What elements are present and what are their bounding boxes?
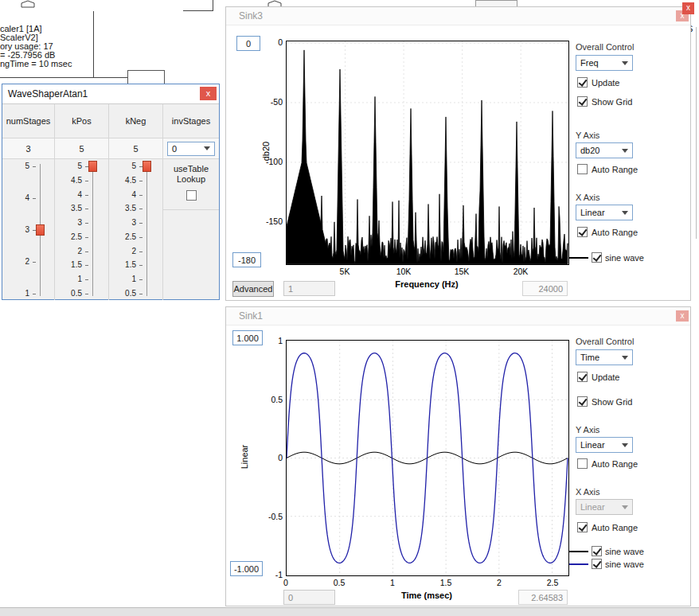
x-axis-section-label: X Axis — [576, 487, 600, 497]
y-mode-value: db20 — [580, 146, 599, 155]
update-checkbox[interactable] — [577, 77, 588, 88]
waveform-plot — [286, 340, 569, 576]
y-auto-range-checkbox[interactable] — [577, 458, 588, 469]
waveshaper-body: numStages 3 54321 kPos 5 54.543.532.521.… — [2, 104, 219, 300]
x-start-input[interactable]: 0 — [283, 590, 335, 605]
window-edge — [696, 27, 697, 239]
kpos-slider: 54.543.532.521.510.5 — [55, 159, 108, 299]
legend-line — [569, 257, 588, 259]
y-auto-range-checkbox[interactable] — [577, 164, 588, 174]
chevron-down-icon — [622, 149, 628, 153]
legend-checkbox[interactable] — [592, 252, 602, 263]
column-header: kPos — [55, 104, 108, 138]
invstages-dropdown[interactable]: 0 — [167, 142, 215, 156]
sink1-titlebar[interactable]: Sink1 — [226, 307, 690, 326]
slider-track[interactable] — [92, 164, 93, 296]
chevron-down-icon — [622, 443, 628, 447]
slider-tick-mark — [85, 237, 88, 238]
waveshaper-window: WaveShaperAtan1 x numStages 3 54321 kPos… — [2, 84, 220, 300]
numstages-value-field[interactable]: 3 — [2, 138, 54, 159]
kneg-slider: 54.543.532.521.510.5 — [109, 159, 162, 299]
slider-tick-label: 1.5 — [109, 260, 136, 269]
taskbar-strip — [0, 607, 699, 616]
x-mode-dropdown[interactable]: Linear — [576, 205, 633, 220]
legend-checkbox[interactable] — [592, 559, 602, 569]
y-min-spinner[interactable]: -180 — [232, 252, 261, 267]
kpos-value-field[interactable]: 5 — [55, 138, 108, 159]
x-axis-section-label: X Axis — [576, 193, 600, 202]
x-mode-value: Linear — [580, 502, 605, 512]
slider-tick-mark — [85, 181, 88, 181]
diagram-wire — [183, 10, 213, 11]
x-auto-range-row: Auto Range — [577, 522, 638, 532]
x-start-input[interactable]: 1 — [283, 281, 335, 296]
slider-tick-label: 5 — [2, 162, 29, 170]
close-icon[interactable]: x — [200, 87, 217, 100]
x-auto-range-checkbox[interactable] — [577, 522, 588, 532]
checkbox-label: Auto Range — [592, 523, 638, 532]
x-mode-dropdown: Linear — [576, 499, 633, 515]
y-tick-label: -100 — [257, 157, 283, 166]
slider-tick-label: 3 — [55, 218, 82, 227]
checkbox-label: Auto Range — [592, 165, 638, 174]
x-tick-label: 10K — [388, 267, 420, 276]
y-mode-dropdown[interactable]: Linear — [576, 437, 633, 453]
y-axis-section-label: Y Axis — [576, 425, 599, 435]
slider-tick-mark — [85, 265, 88, 266]
legend-checkbox[interactable] — [592, 546, 602, 556]
slider-tick-label: 1 — [109, 275, 136, 283]
waveshaper-titlebar[interactable]: WaveShaperAtan1 x — [2, 84, 219, 104]
checkbox-label: Update — [592, 78, 619, 88]
chevron-down-icon — [622, 356, 628, 360]
x-auto-range-checkbox[interactable] — [577, 227, 588, 237]
show-grid-checkbox[interactable] — [577, 96, 588, 107]
y-auto-range-row: Auto Range — [577, 164, 638, 174]
show-grid-checkbox[interactable] — [577, 396, 588, 407]
slider-handle[interactable] — [143, 161, 151, 172]
column-header: invStages — [163, 104, 219, 138]
slider-track[interactable] — [146, 164, 147, 296]
slider-tick-label: 1 — [55, 275, 82, 283]
y-axis-section-label: Y Axis — [576, 131, 599, 140]
slider-tick-mark — [33, 198, 36, 199]
show-grid-row: Show Grid — [577, 96, 632, 107]
sink3-window: Sink3 x 0 -180 db20 0 -50 -100 -150 5K 1… — [225, 6, 691, 301]
y-tick-label: 0 — [257, 453, 283, 462]
update-row: Update — [577, 372, 619, 382]
x-tick-label: 5K — [329, 267, 361, 276]
slider-tick-mark — [33, 262, 36, 263]
slider-tick-label: 1.5 — [55, 260, 82, 269]
slider-tick-mark — [85, 251, 88, 252]
slider-tick-mark — [33, 294, 36, 294]
update-row: Update — [577, 77, 619, 88]
slider-handle[interactable] — [36, 224, 45, 236]
kneg-value-field[interactable]: 5 — [109, 138, 162, 159]
update-checkbox[interactable] — [577, 372, 588, 382]
y-auto-range-row: Auto Range — [577, 458, 638, 469]
domain-dropdown[interactable]: Time — [576, 349, 633, 365]
slider-tick-label: 3.5 — [55, 204, 82, 212]
diagram-text-fragment: ngTime = 10 msec — [0, 59, 72, 68]
advanced-button[interactable]: Advanced — [232, 281, 274, 297]
slider-tick-label: 3 — [2, 225, 29, 234]
y-tick-label: -50 — [257, 97, 283, 107]
slider-tick-mark — [139, 237, 143, 238]
close-icon[interactable]: x — [682, 2, 694, 14]
close-icon[interactable]: x — [676, 310, 689, 322]
y-mode-dropdown[interactable]: db20 — [576, 142, 633, 158]
legend-label: sine wave — [605, 559, 644, 569]
sink1-window: Sink1 x 1.000 -1.000 Linear 1 0.5 0 -0.5… — [225, 306, 691, 606]
domain-dropdown[interactable]: Freq — [576, 55, 633, 71]
kpos-column: kPos 5 54.543.532.521.510.5 — [55, 104, 109, 300]
slider-tick-mark — [139, 294, 143, 294]
slider-handle[interactable] — [88, 161, 97, 172]
sink3-titlebar[interactable]: Sink3 — [226, 7, 690, 25]
usetable-lookup-checkbox[interactable] — [186, 190, 197, 201]
slider-tick-mark — [139, 195, 143, 196]
x-tick-label: 2.5 — [537, 578, 568, 587]
slider-tick-label: 5 — [109, 162, 136, 170]
x-mode-value: Linear — [580, 208, 605, 217]
diagram-wire — [93, 11, 94, 77]
slider-tick-mark — [139, 181, 143, 181]
slider-tick-label: 5 — [55, 162, 82, 170]
